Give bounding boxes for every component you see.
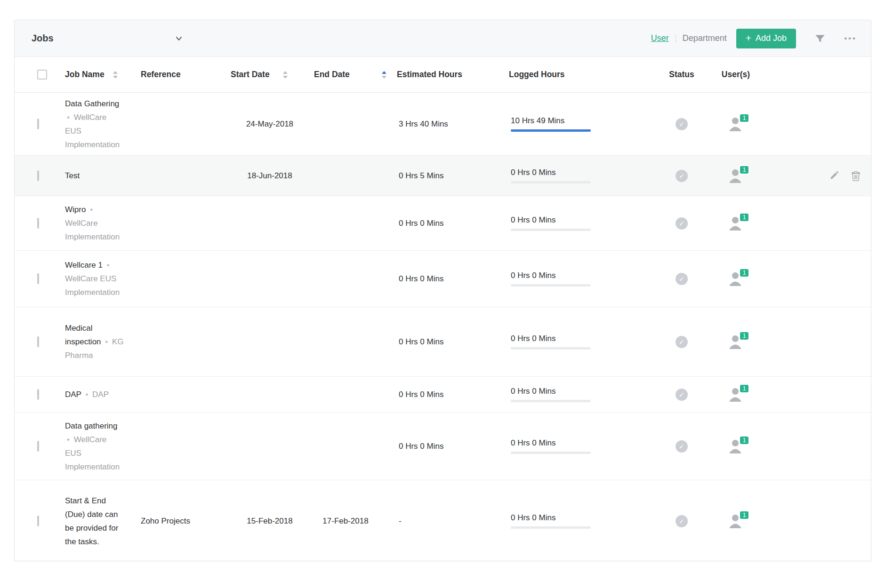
assigned-users-button[interactable]: 1	[728, 271, 744, 286]
select-all-checkbox[interactable]	[37, 70, 47, 79]
assigned-users-button[interactable]: 1	[728, 216, 744, 231]
add-job-label: Add Job	[756, 33, 787, 43]
add-job-button[interactable]: + Add Job	[736, 29, 796, 48]
sort-end-date[interactable]	[382, 71, 386, 79]
more-options-button[interactable]: •••	[844, 34, 857, 42]
start-date-cell: 15-Feb-2018	[194, 516, 307, 526]
column-header-estimated-hours: Estimated Hours	[397, 70, 505, 79]
sort-job-name[interactable]	[113, 71, 118, 79]
table-row: Test 18-Jun-2018 0 Hrs 5 Mins 0 Hrs 0 Mi…	[15, 156, 871, 196]
logged-hours-cell: 0 Hrs 0 Mins	[505, 387, 642, 402]
project-name: WellCare EUS Implementation	[65, 435, 120, 471]
reference-cell: Zoho Projects	[124, 516, 194, 526]
row-checkbox[interactable]	[37, 389, 39, 400]
row-checkbox[interactable]	[37, 441, 39, 452]
page-title: Jobs	[32, 33, 54, 44]
jobs-panel: Jobs User Department + Add Job •••	[14, 20, 871, 561]
table-row: Wellcare 1 • WellCare EUS Implementation…	[15, 251, 871, 307]
status-completed-icon[interactable]: ✓	[676, 273, 688, 285]
column-header-end-date[interactable]: End Date	[307, 70, 397, 79]
row-checkbox[interactable]	[37, 119, 39, 129]
user-count-badge: 1	[739, 113, 749, 123]
table-row: Data gathering • WellCare EUS Implementa…	[15, 413, 871, 480]
plus-icon: +	[746, 33, 751, 43]
logged-progress-bar	[511, 181, 591, 183]
tab-user[interactable]: User	[651, 33, 669, 43]
table-row: Start & End (Due) date can be provided f…	[15, 480, 871, 561]
estimated-hours-cell: 0 Hrs 0 Mins	[397, 442, 505, 451]
edit-button[interactable]	[829, 171, 839, 181]
pencil-icon	[829, 171, 839, 181]
row-checkbox[interactable]	[37, 336, 39, 347]
row-checkbox[interactable]	[37, 273, 39, 284]
end-date-cell: 17-Feb-2018	[307, 516, 397, 526]
estimated-hours-cell: 0 Hrs 5 Mins	[397, 171, 505, 181]
user-count-badge: 1	[739, 510, 749, 520]
topbar: Jobs User Department + Add Job •••	[15, 20, 871, 57]
assigned-users-button[interactable]: 1	[728, 334, 744, 350]
project-name: WellCare EUS Implementation	[65, 274, 120, 297]
project-name: DAP	[92, 390, 109, 399]
user-count-badge: 1	[739, 384, 749, 393]
logged-hours-cell: 0 Hrs 0 Mins	[505, 271, 642, 286]
user-count-badge: 1	[739, 213, 749, 222]
logged-progress-bar	[511, 284, 591, 286]
logged-hours-cell: 10 Hrs 49 Mins	[505, 116, 642, 132]
status-completed-icon[interactable]: ✓	[676, 389, 688, 401]
estimated-hours-cell: 0 Hrs 0 Mins	[397, 274, 505, 284]
start-date-cell: 18-Jun-2018	[194, 171, 307, 181]
logged-hours-cell: 0 Hrs 0 Mins	[505, 168, 642, 183]
chevron-down-icon[interactable]	[175, 34, 183, 43]
trash-icon	[851, 171, 861, 181]
logged-progress-bar	[511, 400, 591, 402]
row-checkbox[interactable]	[37, 516, 39, 526]
status-completed-icon[interactable]: ✓	[676, 118, 688, 130]
sort-start-date[interactable]	[283, 71, 288, 79]
logged-hours-cell: 0 Hrs 0 Mins	[505, 438, 642, 454]
status-completed-icon[interactable]: ✓	[676, 170, 688, 182]
user-count-badge: 1	[739, 436, 749, 445]
assigned-users-button[interactable]: 1	[728, 168, 744, 183]
job-name-cell[interactable]: DAP • DAP	[48, 388, 124, 401]
project-name: WellCare Implementation	[65, 219, 120, 241]
logged-progress-bar	[511, 526, 591, 529]
job-name-cell[interactable]: Wellcare 1 • WellCare EUS Implementation	[48, 258, 124, 299]
table-row: Wipro • WellCare Implementation 0 Hrs 0 …	[15, 196, 871, 251]
table-row: Data Gathering • WellCare EUS Implementa…	[15, 93, 871, 156]
project-name: WellCare EUS Implementation	[65, 113, 120, 149]
row-checkbox[interactable]	[37, 170, 39, 181]
status-completed-icon[interactable]: ✓	[676, 440, 688, 453]
column-header-reference[interactable]: Reference	[124, 70, 194, 79]
assigned-users-button[interactable]: 1	[728, 117, 744, 132]
tab-department[interactable]: Department	[683, 33, 727, 43]
job-name-cell[interactable]: Wipro • WellCare Implementation	[48, 203, 124, 244]
job-name-cell[interactable]: Medical inspection • KG Pharma	[48, 321, 124, 362]
status-completed-icon[interactable]: ✓	[676, 336, 688, 348]
user-count-badge: 1	[739, 331, 749, 341]
column-header-job-name[interactable]: Job Name	[48, 70, 124, 79]
filter-button[interactable]	[814, 32, 826, 45]
delete-button[interactable]	[851, 171, 861, 181]
view-selector[interactable]: Jobs	[32, 33, 183, 44]
assigned-users-button[interactable]: 1	[728, 514, 744, 529]
column-header-logged-hours: Logged Hours	[505, 70, 642, 79]
more-icon: •••	[844, 34, 857, 42]
logged-progress-bar	[511, 229, 591, 231]
status-completed-icon[interactable]: ✓	[676, 217, 688, 230]
job-name-cell[interactable]: Data Gathering • WellCare EUS Implementa…	[48, 97, 124, 151]
assigned-users-button[interactable]: 1	[728, 439, 744, 454]
estimated-hours-cell: 0 Hrs 0 Mins	[397, 219, 505, 228]
column-header-start-date[interactable]: Start Date	[194, 70, 307, 79]
separator-dot: •	[107, 261, 110, 270]
user-count-badge: 1	[739, 268, 749, 278]
assigned-users-button[interactable]: 1	[728, 387, 744, 402]
status-completed-icon[interactable]: ✓	[676, 515, 688, 527]
job-name-cell[interactable]: Start & End (Due) date can be provided f…	[48, 494, 124, 548]
estimated-hours-cell: 0 Hrs 0 Mins	[397, 390, 505, 399]
row-checkbox[interactable]	[37, 218, 39, 229]
job-name-cell[interactable]: Test	[48, 169, 124, 183]
separator-dot: •	[105, 337, 108, 346]
job-name-cell[interactable]: Data gathering • WellCare EUS Implementa…	[48, 419, 124, 474]
logged-hours-cell: 0 Hrs 0 Mins	[505, 513, 642, 529]
logged-hours-cell: 0 Hrs 0 Mins	[505, 215, 642, 231]
